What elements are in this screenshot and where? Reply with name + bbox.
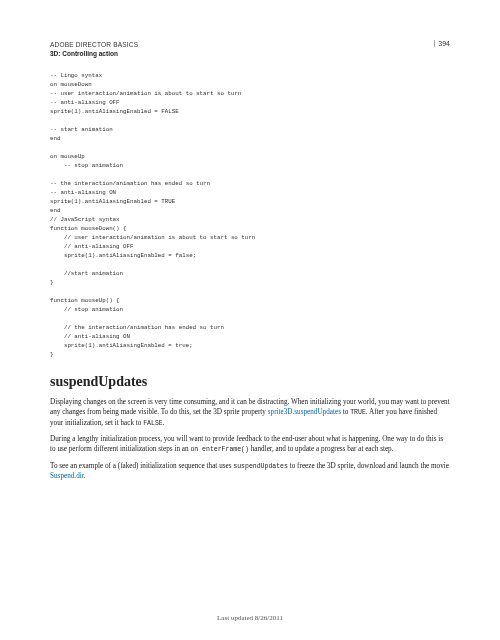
page-number: 394 — [434, 40, 450, 47]
text: handler, and to update a progress bar at… — [249, 445, 394, 453]
text: To see an example of a (faked) initializ… — [50, 462, 233, 470]
footer-updated: Last updated 8/26/2011 — [0, 614, 500, 622]
inline-code: FALSE — [143, 420, 163, 427]
inline-code: suspendUpdates — [233, 463, 288, 470]
text: to freeze the 3D sprite, download and la… — [288, 462, 449, 470]
page-header: ADOBE DIRECTOR BASICS 3D: Controlling ac… — [50, 40, 450, 58]
paragraph-1: Displaying changes on the screen is very… — [50, 397, 450, 428]
page-content: ADOBE DIRECTOR BASICS 3D: Controlling ac… — [0, 0, 500, 508]
inline-code: TRUE — [350, 409, 366, 416]
link-suspendupdates-property[interactable]: sprite3D.suspendUpdates — [268, 408, 341, 416]
text: . — [84, 472, 86, 480]
link-suspend-dir[interactable]: Suspend.dir — [50, 472, 84, 480]
text: to — [341, 408, 350, 416]
inline-code: on enterFrame() — [190, 446, 249, 453]
header-left: ADOBE DIRECTOR BASICS 3D: Controlling ac… — [50, 40, 138, 58]
text: . — [163, 419, 165, 427]
section-heading: suspendUpdates — [50, 374, 450, 390]
header-chapter: 3D: Controlling action — [50, 49, 138, 58]
paragraph-2: During a lengthy initialization process,… — [50, 434, 450, 455]
header-title: ADOBE DIRECTOR BASICS — [50, 40, 138, 49]
paragraph-3: To see an example of a (faked) initializ… — [50, 461, 450, 482]
code-block: -- Lingo syntax on mouseDown -- user int… — [50, 72, 450, 360]
